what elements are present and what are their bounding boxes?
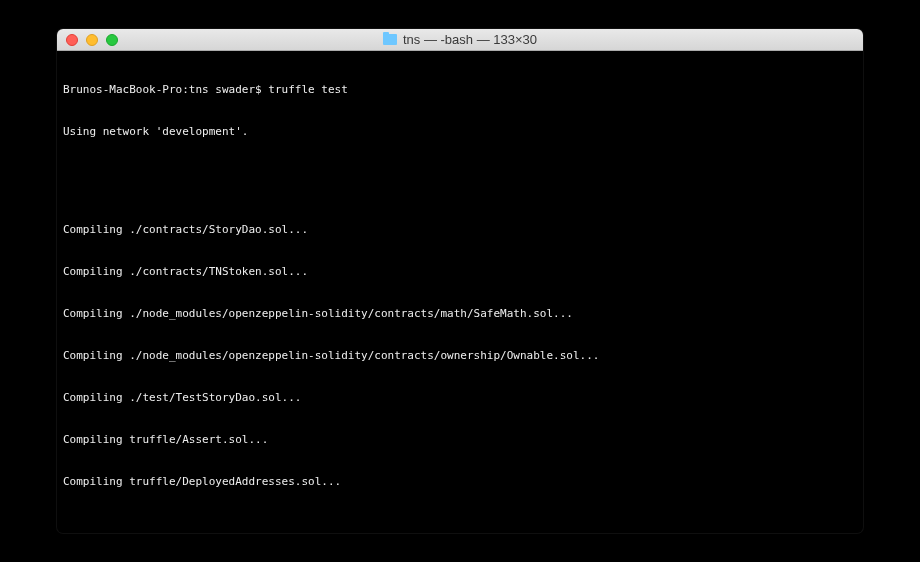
compile-line: Compiling ./contracts/StoryDao.sol...	[63, 223, 857, 237]
compile-line: Compiling ./node_modules/openzeppelin-so…	[63, 307, 857, 321]
compile-line: Compiling truffle/Assert.sol...	[63, 433, 857, 447]
compile-line: Compiling ./test/TestStoryDao.sol...	[63, 391, 857, 405]
folder-icon	[383, 34, 397, 45]
minimize-icon[interactable]	[86, 34, 98, 46]
blank	[63, 167, 857, 181]
window-title: tns — -bash — 133×30	[57, 33, 863, 47]
compile-line: Compiling ./node_modules/openzeppelin-so…	[63, 349, 857, 363]
zoom-icon[interactable]	[106, 34, 118, 46]
titlebar: tns — -bash — 133×30	[57, 29, 863, 51]
command: truffle test	[268, 83, 347, 96]
compile-line: Compiling truffle/DeployedAddresses.sol.…	[63, 475, 857, 489]
blank	[63, 531, 857, 533]
prompt-line: Brunos-MacBook-Pro:tns swader$ truffle t…	[63, 83, 857, 97]
compile-line: Compiling ./contracts/TNStoken.sol...	[63, 265, 857, 279]
title-text: tns — -bash — 133×30	[403, 33, 537, 47]
prompt: Brunos-MacBook-Pro:tns swader$	[63, 83, 268, 96]
terminal-body[interactable]: Brunos-MacBook-Pro:tns swader$ truffle t…	[57, 51, 863, 533]
terminal-window: tns — -bash — 133×30 Brunos-MacBook-Pro:…	[57, 29, 863, 533]
window-controls	[66, 34, 118, 46]
network-line: Using network 'development'.	[63, 125, 857, 139]
close-icon[interactable]	[66, 34, 78, 46]
